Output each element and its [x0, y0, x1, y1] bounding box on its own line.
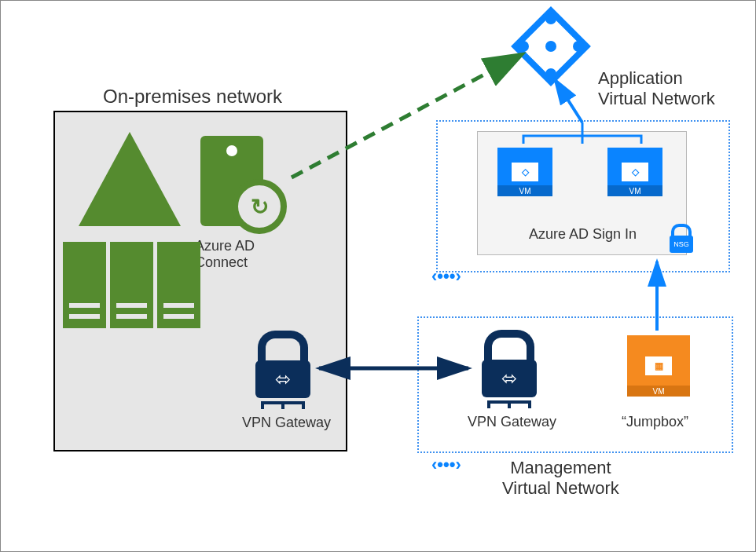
vpn-gateway-mgmt-label: VPN Gateway — [468, 414, 556, 430]
architecture-diagram: On-premises network ↻ Azure AD Connect ⬄ — [0, 0, 756, 552]
vpn-gateway-icon: ⬄ — [478, 330, 541, 408]
storage-drive-icon — [157, 242, 200, 328]
management-vnet-box: ⬄ VPN Gateway ▦ VM “Jumpbox” — [417, 316, 733, 453]
vm-badge: VM — [497, 185, 552, 196]
mgmt-title-line1: Management — [510, 458, 611, 477]
jumpbox-label: “Jumpbox” — [622, 414, 688, 430]
aad-signin-label: Azure AD Sign In — [529, 226, 637, 243]
nsg-lock-icon: NSG — [666, 224, 697, 253]
aad-signin-subnet: ◇ VM ◇ VM Azure AD Sign In — [477, 131, 687, 255]
storage-drive-icon — [63, 242, 106, 328]
app-title-line2: Virtual Network — [598, 89, 715, 108]
mgmt-title-line2: Virtual Network — [502, 478, 619, 498]
vm-jumpbox-icon: ▦ VM — [627, 335, 690, 397]
onprem-network-box: ↻ Azure AD Connect ⬄ VPN Gateway — [53, 111, 347, 451]
sync-icon: ↻ — [232, 179, 287, 234]
vnet-peering-icon: ‹•••› — [431, 455, 461, 475]
vpn-gateway-icon: ⬄ — [251, 331, 314, 409]
vm-badge: VM — [627, 386, 690, 397]
aad-connect-line2: Connect — [195, 254, 248, 270]
vm-icon: ◇ VM — [607, 148, 662, 196]
onprem-ad-icon — [79, 132, 181, 226]
azure-ad-icon — [519, 15, 582, 78]
application-vnet-box: ◇ VM ◇ VM Azure AD Sign In NSG — [436, 120, 730, 272]
vnet-peering-icon: ‹•••› — [431, 266, 461, 287]
onprem-title: On-premises network — [103, 86, 282, 108]
aad-connect-line1: Azure AD — [195, 238, 255, 254]
app-title-line1: Application — [598, 68, 683, 88]
vm-icon: ◇ VM — [497, 148, 552, 196]
management-vnet-title: Management Virtual Network — [502, 458, 619, 499]
storage-drive-icon — [110, 242, 153, 328]
nsg-text: NSG — [670, 236, 693, 253]
application-vnet-title: Application Virtual Network — [598, 68, 715, 110]
aad-connect-label: Azure AD Connect — [195, 238, 281, 271]
vm-badge: VM — [607, 185, 662, 196]
vpn-gateway-onprem-label: VPN Gateway — [242, 415, 331, 431]
arrow-signin-to-aad — [555, 79, 582, 122]
